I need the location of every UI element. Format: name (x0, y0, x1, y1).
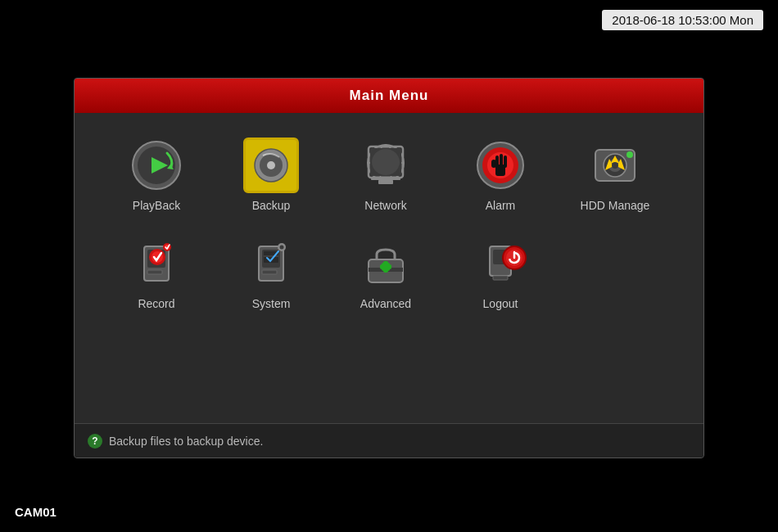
playback-icon (131, 140, 182, 191)
hddmanage-icon-wrap (586, 137, 644, 194)
system-label: System (252, 297, 291, 310)
record-icon-wrap (128, 235, 185, 292)
advanced-label: Advanced (360, 297, 411, 310)
svg-rect-22 (500, 154, 503, 168)
menu-item-advanced[interactable]: Advanced (328, 228, 443, 318)
title-bar: Main Menu (75, 79, 703, 113)
svg-rect-50 (380, 264, 391, 269)
system-icon (244, 238, 298, 289)
record-label: Record (138, 297, 174, 310)
menu-row-2: Record (99, 228, 679, 318)
logout-icon-wrap (472, 235, 529, 292)
advanced-icon-wrap (357, 235, 414, 292)
svg-rect-34 (147, 270, 162, 274)
system-icon-wrap (242, 235, 300, 292)
hdd-manage-icon (589, 140, 641, 191)
menu-item-logout[interactable]: Logout (443, 228, 558, 318)
network-label: Network (364, 199, 406, 212)
alarm-icon (475, 140, 526, 191)
svg-point-31 (626, 151, 633, 158)
menu-item-record[interactable]: Record (99, 228, 214, 318)
datetime-display: 2018-06-18 10:53:00 Mon (602, 10, 763, 30)
main-window: Main Menu PlayBack (74, 78, 704, 458)
svg-point-16 (372, 149, 400, 175)
status-bar: ? Backup files to backup device. (75, 423, 703, 458)
svg-rect-23 (504, 156, 507, 168)
menu-row-1: PlayBack Backu (99, 129, 679, 219)
cam-label: CAM01 (15, 505, 57, 519)
alarm-icon-wrap (472, 137, 529, 194)
svg-rect-13 (378, 180, 393, 184)
logout-icon (473, 238, 527, 289)
logout-label: Logout (483, 297, 518, 310)
svg-rect-24 (491, 160, 496, 168)
record-icon (129, 238, 183, 289)
advanced-icon (359, 238, 413, 289)
hddmanage-label: HDD Manage (581, 199, 650, 212)
menu-grid: PlayBack Backu (75, 113, 703, 326)
playback-label: PlayBack (133, 199, 180, 212)
svg-point-30 (612, 162, 618, 169)
backup-icon-wrap (242, 137, 300, 194)
backup-label: Backup (252, 199, 291, 212)
alarm-label: Alarm (486, 199, 516, 212)
menu-item-system[interactable]: System (214, 228, 328, 318)
menu-item-network[interactable]: Network (328, 129, 443, 219)
menu-item-playback[interactable]: PlayBack (99, 129, 214, 219)
network-icon-wrap (357, 137, 414, 194)
svg-rect-41 (262, 270, 277, 274)
network-icon (359, 140, 413, 191)
window-title: Main Menu (350, 88, 429, 104)
status-text: Backup files to backup device. (109, 435, 263, 448)
backup-icon-box (243, 138, 299, 193)
svg-rect-57 (493, 276, 508, 280)
svg-point-6 (267, 161, 275, 169)
menu-item-alarm[interactable]: Alarm (443, 129, 558, 219)
info-icon: ? (88, 434, 102, 449)
menu-item-hddmanage[interactable]: HDD Manage (558, 129, 672, 219)
svg-point-45 (280, 246, 284, 250)
playback-icon-wrap (128, 137, 185, 194)
backup-disc-icon (251, 145, 292, 186)
menu-item-backup[interactable]: Backup (214, 129, 328, 219)
